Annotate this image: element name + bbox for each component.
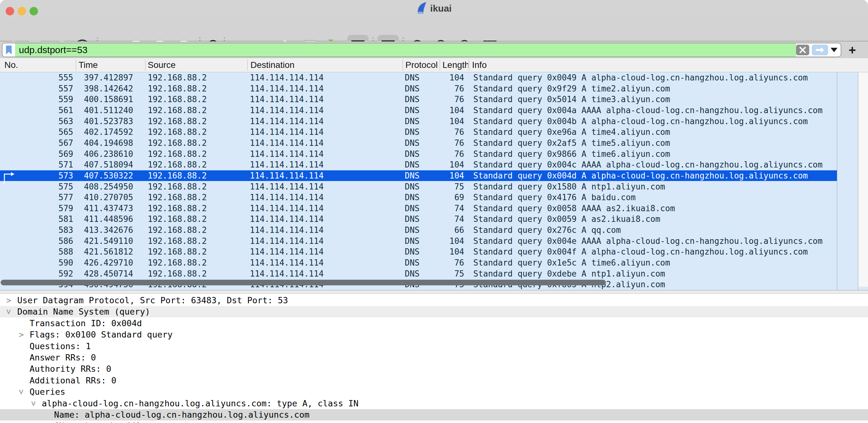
- packet-cell: 401.511240: [84, 105, 133, 116]
- filter-dropdown-chevron-icon[interactable]: [831, 48, 838, 52]
- packet-cell: Standard query 0x9f29 A time2.aliyun.com: [473, 83, 670, 94]
- detail-tree-line[interactable]: Answer RRs: 0: [0, 352, 868, 363]
- packet-cell: 406.238610: [84, 149, 133, 160]
- packet-cell: 577: [0, 192, 73, 203]
- packet-cell: Standard query 0x004c AAAA alpha-cloud-l…: [473, 159, 823, 170]
- packet-row[interactable]: 586421.549110192.168.88.2114.114.114.114…: [0, 236, 837, 247]
- packet-cell: Standard query 0x004f A alpha-cloud-log.…: [473, 246, 808, 258]
- packet-cell: 192.168.88.2: [148, 159, 207, 170]
- packet-cell: Standard query 0x276c A qq.com: [473, 225, 621, 236]
- column-resize-handle[interactable]: [76, 59, 76, 71]
- packet-cell: DNS: [405, 127, 420, 138]
- detail-tree-line[interactable]: [Name Length: 44]: [0, 421, 868, 423]
- packet-list-header: No. Time Source Destination Protocol Len…: [0, 58, 868, 72]
- detail-tree-line[interactable]: >Flags: 0x0100 Standard query: [0, 329, 868, 340]
- detail-tree-line[interactable]: Questions: 1: [0, 341, 868, 352]
- packet-cell: 114.114.114.114: [250, 268, 324, 279]
- column-header-length[interactable]: Length: [442, 60, 468, 70]
- detail-field-text: Answer RRs: 0: [30, 352, 96, 363]
- packet-cell: 411.437473: [84, 203, 133, 214]
- packet-row[interactable]: 561401.511240192.168.88.2114.114.114.114…: [0, 105, 837, 116]
- packet-cell: DNS: [405, 94, 420, 105]
- packet-row[interactable]: 575408.254950192.168.88.2114.114.114.114…: [0, 181, 837, 192]
- packet-row[interactable]: 573407.530322192.168.88.2114.114.114.114…: [0, 170, 837, 181]
- column-header-time[interactable]: Time: [79, 60, 98, 70]
- column-header-no[interactable]: No.: [4, 60, 18, 70]
- packet-row[interactable]: 569406.238610192.168.88.2114.114.114.114…: [0, 149, 837, 160]
- packet-cell: 114.114.114.114: [250, 105, 324, 116]
- expander-closed-icon[interactable]: >: [6, 295, 11, 306]
- column-resize-handle[interactable]: [247, 59, 248, 71]
- add-filter-button[interactable]: +: [845, 43, 859, 57]
- detail-tree-line[interactable]: Additional RRs: 0: [0, 375, 868, 386]
- display-filter-field[interactable]: [2, 43, 841, 57]
- packet-cell: 411.448596: [84, 214, 133, 225]
- packet-cell: 114.114.114.114: [250, 170, 324, 181]
- current-packet-arrow-icon: [2, 171, 16, 185]
- packet-cell: 569: [0, 149, 73, 160]
- packet-cell: 413.342676: [84, 225, 133, 236]
- packet-cell: 114.114.114.114: [250, 225, 324, 236]
- packet-row[interactable]: 571407.518094192.168.88.2114.114.114.114…: [0, 159, 837, 170]
- packet-row[interactable]: 559400.158691192.168.88.2114.114.114.114…: [0, 94, 837, 105]
- packet-row[interactable]: 555397.412897192.168.88.2114.114.114.114…: [0, 72, 837, 83]
- column-resize-handle[interactable]: [145, 59, 146, 71]
- packet-cell: 557: [0, 83, 73, 94]
- expander-closed-icon[interactable]: >: [19, 329, 24, 340]
- packet-row[interactable]: 565402.174592192.168.88.2114.114.114.114…: [0, 127, 837, 138]
- packet-cell: 104: [434, 246, 464, 258]
- detail-tree-line[interactable]: >User Datagram Protocol, Src Port: 63483…: [0, 295, 868, 306]
- detail-tree-line[interactable]: Authority RRs: 0: [0, 363, 868, 374]
- detail-tree-line[interactable]: >Queries: [0, 386, 868, 397]
- packet-cell: 192.168.88.2: [148, 236, 207, 247]
- detail-tree-line[interactable]: >alpha-cloud-log.cn-hangzhou.log.aliyunc…: [0, 398, 868, 409]
- packet-cell: DNS: [405, 203, 420, 214]
- column-header-info[interactable]: Info: [472, 60, 487, 70]
- horizontal-scrollbar-thumb[interactable]: [1, 280, 606, 285]
- column-resize-handle[interactable]: [403, 59, 403, 71]
- detail-tree-line[interactable]: Name: alpha-cloud-log.cn-hangzhou.log.al…: [0, 409, 868, 421]
- packet-cell: 555: [0, 72, 73, 83]
- packet-row[interactable]: 581411.448596192.168.88.2114.114.114.114…: [0, 214, 837, 225]
- packet-row[interactable]: 557398.142642192.168.88.2114.114.114.114…: [0, 83, 837, 94]
- packet-cell: Standard query 0x004d A alpha-cloud-log.…: [473, 170, 808, 181]
- packet-cell: Standard query 0xdebe A ntp1.aliyun.com: [473, 268, 665, 279]
- clear-filter-button[interactable]: [796, 44, 809, 55]
- column-header-protocol[interactable]: Protocol: [405, 60, 438, 70]
- packet-cell: 76: [434, 138, 464, 149]
- packet-cell: 66: [434, 225, 464, 236]
- packet-row[interactable]: 563401.523783192.168.88.2114.114.114.114…: [0, 116, 837, 127]
- detail-tree-line[interactable]: >Domain Name System (query): [0, 306, 868, 318]
- column-header-destination[interactable]: Destination: [250, 60, 294, 70]
- main-toolbar: [0, 17, 868, 41]
- expander-open-icon[interactable]: >: [3, 309, 14, 314]
- packet-row[interactable]: 579411.437473192.168.88.2114.114.114.114…: [0, 203, 837, 214]
- packet-cell: DNS: [405, 83, 420, 94]
- packet-cell: 114.114.114.114: [250, 116, 324, 127]
- column-header-source[interactable]: Source: [148, 60, 176, 70]
- packet-row[interactable]: 567404.194698192.168.88.2114.114.114.114…: [0, 138, 837, 149]
- pane-splitter[interactable]: [0, 290, 868, 294]
- vertical-scrollbar-track[interactable]: [858, 72, 868, 286]
- expander-open-icon[interactable]: >: [28, 401, 39, 406]
- packet-cell: 76: [434, 127, 464, 138]
- packet-row[interactable]: 588421.561812192.168.88.2114.114.114.114…: [0, 246, 837, 258]
- detail-tree-line[interactable]: Transaction ID: 0x004d: [0, 318, 868, 329]
- packet-row[interactable]: 590426.429710192.168.88.2114.114.114.114…: [0, 258, 837, 268]
- column-resize-handle[interactable]: [440, 59, 440, 71]
- packet-row[interactable]: 583413.342676192.168.88.2114.114.114.114…: [0, 225, 837, 236]
- apply-filter-button[interactable]: [812, 44, 828, 55]
- packet-cell: Standard query 0x0049 A alpha-cloud-log.…: [473, 72, 808, 83]
- packet-cell: 426.429710: [84, 258, 133, 268]
- packet-row[interactable]: 577410.270705192.168.88.2114.114.114.114…: [0, 192, 837, 203]
- packet-cell: DNS: [405, 105, 420, 116]
- packet-cell: DNS: [405, 72, 420, 83]
- packet-row[interactable]: 592428.450714192.168.88.2114.114.114.114…: [0, 268, 837, 279]
- packet-cell: DNS: [405, 170, 420, 181]
- expander-open-icon[interactable]: >: [16, 389, 27, 394]
- filter-bookmark-icon[interactable]: [2, 43, 15, 57]
- wireshark-fin-icon: [416, 2, 427, 16]
- packet-cell: 400.158691: [84, 94, 133, 105]
- packet-cell: 410.270705: [84, 192, 133, 203]
- display-filter-input[interactable]: [15, 43, 796, 57]
